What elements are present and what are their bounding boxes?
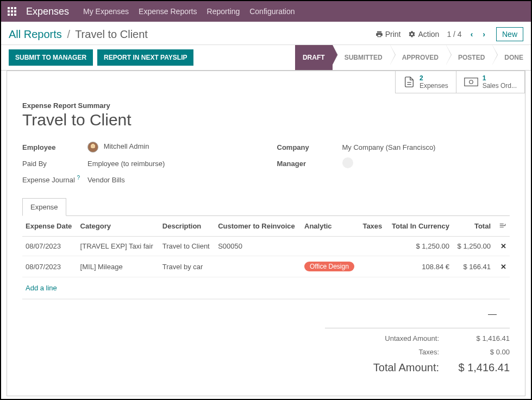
apps-icon[interactable]: [8, 7, 16, 16]
cell-total[interactable]: $ 166.41: [453, 256, 494, 277]
app-brand[interactable]: Expenses: [26, 6, 69, 17]
th-taxes[interactable]: Taxes: [359, 216, 386, 237]
cell-date[interactable]: 08/07/2023: [22, 237, 77, 256]
breadcrumb-current: Travel to Client: [75, 28, 148, 40]
cell-taxes[interactable]: [359, 256, 386, 277]
stat-expenses-count: 2: [420, 74, 448, 82]
cell-total-currency[interactable]: $ 1,250.00: [386, 237, 453, 256]
manager-label: Manager: [277, 160, 342, 168]
stat-button-expenses[interactable]: 2 Expenses: [395, 71, 456, 93]
form-sheet: 2 Expenses 1 Sales Ord... Expense Report…: [7, 71, 525, 396]
sheet-subtitle: Expense Report Summary: [22, 101, 510, 110]
delete-row-icon[interactable]: ✕: [497, 263, 506, 271]
delete-row-icon[interactable]: ✕: [497, 242, 506, 250]
untaxed-value: $ 1,416.41: [455, 334, 510, 342]
total-amount-value: $ 1,416.41: [455, 361, 510, 374]
nav-link-reporting[interactable]: Reporting: [207, 7, 240, 16]
svg-rect-0: [464, 78, 477, 86]
breadcrumb-separator: /: [67, 28, 70, 40]
expense-table: Expense Date Category Description Custom…: [22, 216, 510, 300]
cell-total[interactable]: $ 1,250.00: [453, 237, 494, 256]
cell-taxes[interactable]: [359, 237, 386, 256]
cell-category[interactable]: [MIL] Mileage: [77, 256, 159, 277]
employee-value: Mitchell Admin: [104, 142, 149, 150]
table-row[interactable]: 08/07/2023 [MIL] Mileage Travel by car O…: [22, 256, 510, 277]
options-icon[interactable]: [499, 221, 506, 229]
th-description[interactable]: Description: [159, 216, 215, 237]
cell-analytic[interactable]: [301, 237, 359, 256]
svg-point-1: [469, 80, 473, 84]
status-posted[interactable]: POSTED: [446, 45, 492, 70]
printer-icon: [375, 30, 383, 38]
avatar-icon: [87, 142, 98, 153]
add-line-link[interactable]: Add a line: [22, 277, 510, 299]
subtotal-dash: —: [22, 300, 510, 323]
th-total[interactable]: Total: [453, 216, 494, 237]
status-bar: DRAFT SUBMITTED APPROVED POSTED DONE: [295, 45, 531, 70]
gear-icon: [408, 30, 416, 38]
money-icon: [464, 77, 478, 87]
table-row[interactable]: 08/07/2023 [TRAVEL EXP] Taxi fair Travel…: [22, 237, 510, 256]
pager-prev[interactable]: ‹: [470, 30, 474, 39]
stat-so-count: 1: [483, 74, 517, 82]
nav-link-my-expenses[interactable]: My Expenses: [83, 7, 129, 16]
pager-text[interactable]: 1 / 4: [447, 30, 461, 39]
status-draft[interactable]: DRAFT: [295, 45, 333, 70]
company-value[interactable]: My Company (San Francisco): [342, 143, 436, 151]
th-category[interactable]: Category: [77, 216, 159, 237]
tab-expense[interactable]: Expense: [22, 198, 66, 216]
status-submitted[interactable]: SUBMITTED: [333, 45, 390, 70]
manager-field[interactable]: [342, 157, 353, 170]
sheet-title[interactable]: Travel to Client: [22, 111, 510, 129]
stat-so-label: Sales Ord...: [483, 82, 517, 90]
employee-field[interactable]: Mitchell Admin: [87, 142, 149, 153]
document-icon: [403, 76, 415, 88]
th-total-currency[interactable]: Total In Currency: [386, 216, 453, 237]
report-in-next-payslip-button[interactable]: REPORT IN NEXT PAYSLIP: [97, 49, 193, 66]
analytic-tag[interactable]: Office Design: [304, 262, 354, 271]
paid-by-label: Paid By: [22, 160, 87, 168]
new-button[interactable]: New: [496, 27, 523, 41]
action-label: Action: [418, 30, 439, 39]
stat-expenses-label: Expenses: [420, 82, 448, 90]
nav-link-configuration[interactable]: Configuration: [249, 7, 295, 16]
stat-button-sales-orders[interactable]: 1 Sales Ord...: [456, 71, 525, 93]
cell-customer[interactable]: S00050: [215, 237, 301, 256]
taxes-total-label: Taxes:: [325, 348, 455, 356]
action-status-row: SUBMIT TO MANAGER REPORT IN NEXT PAYSLIP…: [1, 45, 531, 71]
pager-next[interactable]: ›: [481, 30, 486, 39]
taxes-total-value: $ 0.00: [455, 348, 510, 356]
breadcrumb: All Reports / Travel to Client: [9, 28, 148, 41]
cell-category[interactable]: [TRAVEL EXP] Taxi fair: [77, 237, 159, 256]
cell-total-currency[interactable]: 108.84 €: [386, 256, 453, 277]
control-panel: All Reports / Travel to Client Print Act…: [1, 22, 531, 45]
cell-description[interactable]: Travel by car: [159, 256, 215, 277]
cell-date[interactable]: 08/07/2023: [22, 256, 77, 277]
th-analytic[interactable]: Analytic: [301, 216, 359, 237]
th-date[interactable]: Expense Date: [22, 216, 77, 237]
company-label: Company: [277, 143, 342, 151]
employee-label: Employee: [22, 143, 87, 151]
avatar-empty-icon: [342, 157, 353, 168]
cell-analytic[interactable]: Office Design: [301, 256, 359, 277]
journal-value[interactable]: Vendor Bills: [87, 176, 125, 184]
untaxed-label: Untaxed Amount:: [325, 334, 455, 342]
action-button[interactable]: Action: [408, 30, 439, 39]
th-customer[interactable]: Customer to Reinvoice: [215, 216, 301, 237]
cell-customer[interactable]: [215, 256, 301, 277]
journal-label: Expense Journal: [22, 176, 75, 185]
nav-link-expense-reports[interactable]: Expense Reports: [139, 7, 197, 16]
paid-by-value[interactable]: Employee (to reimburse): [87, 160, 165, 168]
breadcrumb-root[interactable]: All Reports: [9, 28, 62, 40]
print-label: Print: [385, 30, 401, 39]
help-icon[interactable]: ?: [77, 175, 80, 181]
total-amount-label: Total Amount:: [325, 361, 455, 374]
status-done[interactable]: DONE: [492, 45, 531, 70]
cell-description[interactable]: Travel to Client: [159, 237, 215, 256]
status-approved[interactable]: APPROVED: [390, 45, 446, 70]
main-navbar: Expenses My Expenses Expense Reports Rep…: [1, 1, 531, 22]
submit-to-manager-button[interactable]: SUBMIT TO MANAGER: [9, 49, 93, 66]
print-button[interactable]: Print: [375, 30, 401, 39]
totals-block: Untaxed Amount: $ 1,416.41 Taxes: $ 0.00…: [325, 328, 510, 382]
